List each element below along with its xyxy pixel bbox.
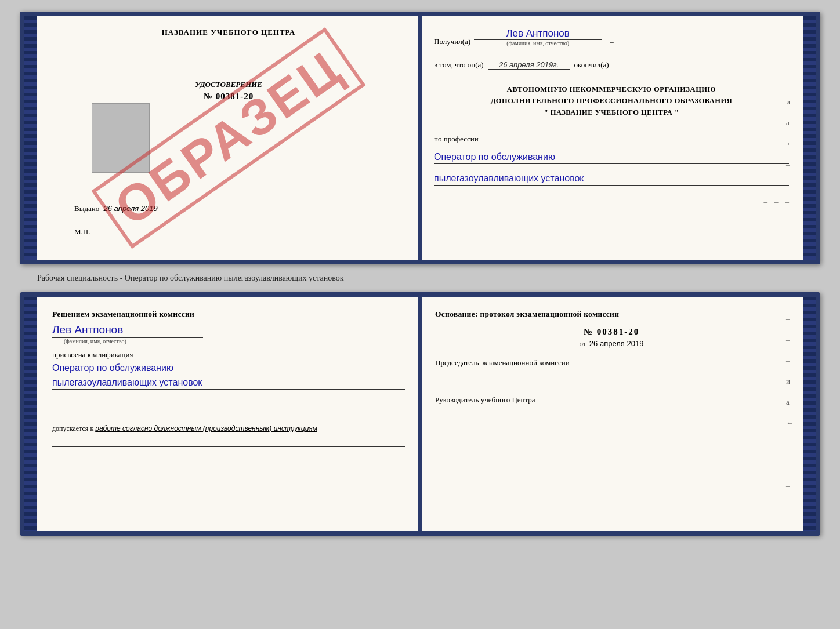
udostoverenie-num: № 00381-20 xyxy=(68,92,389,101)
bottom-right-arrow: ← xyxy=(786,419,794,428)
right-binding-strip xyxy=(803,16,816,260)
cert-title: НАЗВАНИЕ УЧЕБНОГО ЦЕНТРА xyxy=(51,28,406,37)
resheniyem-label: Решением экзаменационной комиссии xyxy=(52,310,405,319)
bottom-right-dash2: – xyxy=(786,335,794,344)
mp-label: М.П. xyxy=(74,227,90,237)
top-document-spread: НАЗВАНИЕ УЧЕБНОГО ЦЕНТРА УДОСТОВЕРЕНИЕ №… xyxy=(20,12,820,264)
okonchil-label: окончил(а) xyxy=(574,60,609,70)
rukovoditel-label: Руководитель учебного Центра xyxy=(435,395,788,405)
bottom-right-dash4: – xyxy=(786,439,794,449)
dash-3-top: – xyxy=(795,83,799,96)
bottom-left-page: Решением экзаменационной комиссии Лев Ан… xyxy=(37,297,420,531)
udostoverenie-label: УДОСТОВЕРЕНИЕ xyxy=(68,80,389,89)
protokol-num: № 00381-20 xyxy=(435,327,788,337)
org-line3: " НАЗВАНИЕ УЧЕБНОГО ЦЕНТРА " xyxy=(434,107,789,118)
bottom-fio-sub: (фамилия, имя, отчество) xyxy=(64,338,126,344)
dopuskaetsya-value: работе согласно должностным (производств… xyxy=(95,424,317,432)
fio-subtitle-top: (фамилия, имя, отчество) xyxy=(506,40,569,46)
profession-line1-top: Оператор по обслуживанию xyxy=(434,152,789,164)
kval-line2: пылегазоулавливающих установок xyxy=(52,377,405,390)
dash-2-top: – xyxy=(785,60,790,70)
bottom-right-a: а xyxy=(786,398,794,407)
bottom-name: Лев Антпонов xyxy=(52,323,203,338)
ot-date-line: от 26 апреля 2019 xyxy=(435,339,788,348)
predsedatel-signature-line xyxy=(435,373,528,383)
right-margin-i: и xyxy=(786,97,794,107)
vtom-label: в том, что он(а) xyxy=(434,60,484,70)
poluchil-label: Получил(а) xyxy=(434,37,470,46)
po-professii-label: по профессии xyxy=(434,134,789,144)
dash-1-top: – xyxy=(610,37,614,46)
dopuskaetsya-block: допускается к работе согласно должностны… xyxy=(52,424,405,433)
recipient-name-top: Лев Антпонов xyxy=(474,28,602,40)
top-right-page: Получил(а) Лев Антпонов (фамилия, имя, о… xyxy=(420,16,803,260)
vydano-date: 26 апреля 2019 xyxy=(104,204,158,213)
bottom-right-dash1: – xyxy=(786,314,794,323)
between-label: Рабочая специальность - Оператор по обсл… xyxy=(20,274,820,283)
profession-line2-top: пылегазоулавливающих установок xyxy=(434,173,789,186)
dash-6-top: – xyxy=(774,197,779,206)
bottom-right-dash6: – xyxy=(786,481,794,490)
rukovoditel-signature-line xyxy=(435,410,528,420)
bottom-right-dash5: – xyxy=(786,460,794,470)
dash-7-top: – xyxy=(785,197,790,206)
photo-placeholder xyxy=(92,103,150,173)
top-left-page: НАЗВАНИЕ УЧЕБНОГО ЦЕНТРА УДОСТОВЕРЕНИЕ №… xyxy=(37,16,420,260)
right-margin-dash4: – xyxy=(786,160,794,169)
org-line2: ДОПОЛНИТЕЛЬНОГО ПРОФЕССИОНАЛЬНОГО ОБРАЗО… xyxy=(434,95,789,107)
bottom-right-binding-strip xyxy=(803,297,816,531)
blank-line-1 xyxy=(52,393,405,403)
blank-line-2 xyxy=(52,407,405,417)
bottom-left-binding-strip xyxy=(24,297,37,531)
bottom-right-page: Основание: протокол экзаменационной коми… xyxy=(420,297,803,531)
bottom-right-i: и xyxy=(786,377,794,386)
right-margin-a: а xyxy=(786,118,794,128)
bottom-right-dash3: – xyxy=(786,356,794,365)
org-line1: АВТОНОМНУЮ НЕКОММЕРЧЕСКУЮ ОРГАНИЗАЦИЮ xyxy=(434,83,789,95)
blank-line-3 xyxy=(52,437,405,447)
vtom-date: 26 апреля 2019г. xyxy=(488,60,570,70)
ot-date-value: 26 апреля 2019 xyxy=(589,339,644,348)
kval-line1: Оператор по обслуживанию xyxy=(52,363,405,375)
bottom-document-spread: Решением экзаменационной комиссии Лев Ан… xyxy=(20,292,820,536)
dash-5-top: – xyxy=(764,197,768,206)
vydano-line: Выдано 26 апреля 2019 xyxy=(74,204,158,213)
prisvoena-label: присвоена квалификация xyxy=(52,350,405,359)
osnovanie-label: Основание: протокол экзаменационной коми… xyxy=(435,310,788,319)
right-margin-arrow: ← xyxy=(786,139,794,148)
predsedatel-label: Председатель экзаменационной комиссии xyxy=(435,358,788,368)
left-binding-strip xyxy=(24,16,37,260)
